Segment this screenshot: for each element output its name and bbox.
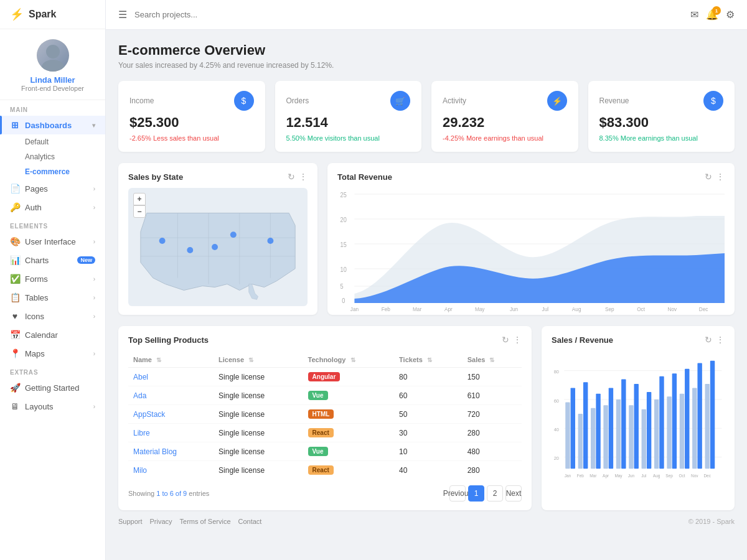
refresh-icon[interactable]: ↻ — [288, 172, 295, 182]
maps-icon: 📍 — [10, 348, 20, 358]
col-license[interactable]: License ⇅ — [214, 352, 303, 368]
sidebar-item-default[interactable]: Default — [0, 134, 105, 149]
svg-rect-52 — [616, 399, 621, 469]
page-title: E-commerce Overview — [118, 42, 735, 58]
product-tickets: 80 — [394, 368, 463, 386]
sales-by-state-title: Sales by State — [128, 172, 183, 182]
product-license: Single license — [214, 368, 303, 386]
more-icon4[interactable]: ⋮ — [716, 335, 725, 345]
svg-rect-49 — [596, 394, 600, 469]
topbar: ☰ ✉ 🔔 1 ⚙ — [106, 0, 747, 30]
orders-value: 12.514 — [286, 114, 411, 131]
menu-icon[interactable]: ☰ — [118, 9, 127, 21]
svg-rect-51 — [609, 388, 613, 469]
logo-icon: ⚡ — [10, 7, 24, 21]
product-sales: 280 — [463, 461, 522, 480]
revenue-label: Revenue — [599, 96, 629, 105]
footer-privacy[interactable]: Privacy — [150, 518, 172, 525]
product-name[interactable]: Abel — [128, 368, 214, 386]
settings-icon[interactable]: ⚙ — [726, 9, 735, 21]
product-name[interactable]: Milo — [128, 461, 214, 480]
refresh-icon3[interactable]: ↻ — [502, 335, 509, 345]
sidebar-charts-label: Charts — [25, 256, 72, 265]
refresh-icon2[interactable]: ↻ — [705, 172, 712, 182]
charts-row: Sales by State ↻ ⋮ + − — [118, 163, 735, 315]
svg-rect-48 — [591, 408, 595, 469]
table-actions[interactable]: ↻ ⋮ — [502, 335, 522, 345]
sidebar-ui-label: User Interface — [25, 237, 88, 246]
bar-chart-actions[interactable]: ↻ ⋮ — [705, 335, 725, 345]
chevron-right-icon8: › — [93, 403, 95, 410]
footer-copyright: © 2019 - Spark — [688, 518, 735, 525]
refresh-icon4[interactable]: ↻ — [705, 335, 712, 345]
svg-point-10 — [212, 244, 218, 250]
col-name[interactable]: Name ⇅ — [128, 352, 214, 368]
avatar-image — [37, 39, 69, 72]
zoom-out-button[interactable]: − — [133, 205, 146, 218]
sidebar-item-analytics[interactable]: Analytics — [0, 149, 105, 164]
map-actions[interactable]: ↻ ⋮ — [288, 172, 308, 182]
product-sales: 150 — [463, 368, 522, 386]
product-license: Single license — [214, 442, 303, 461]
product-name[interactable]: AppStack — [128, 405, 214, 424]
revenue-icon: $ — [703, 91, 723, 111]
avatar — [37, 39, 69, 72]
sidebar-item-forms[interactable]: ✅ Forms › — [0, 269, 105, 288]
zoom-in-button[interactable]: + — [133, 193, 146, 205]
svg-text:25: 25 — [341, 192, 347, 198]
income-change: -2.65% Less sales than usual — [129, 134, 254, 142]
next-page-button[interactable]: Next — [505, 485, 522, 502]
svg-text:Apr: Apr — [603, 474, 609, 478]
product-tickets: 50 — [394, 405, 463, 424]
income-icon: $ — [234, 91, 254, 111]
svg-text:Aug: Aug — [572, 306, 581, 312]
footer-contact[interactable]: Contact — [238, 518, 262, 525]
col-tickets[interactable]: Tickets ⇅ — [394, 352, 463, 368]
product-name[interactable]: Libre — [128, 424, 214, 442]
sidebar-item-pages[interactable]: 📄 Pages › — [0, 179, 105, 198]
chevron-right-icon3: › — [93, 238, 95, 245]
mail-icon[interactable]: ✉ — [690, 9, 698, 21]
search-input[interactable] — [134, 10, 683, 19]
sales-revenue-title: Sales / Revenue — [552, 335, 613, 345]
sidebar-item-maps[interactable]: 📍 Maps › — [0, 344, 105, 363]
svg-rect-57 — [647, 392, 651, 469]
product-name[interactable]: Ada — [128, 386, 214, 405]
revenue-actions[interactable]: ↻ ⋮ — [705, 172, 725, 182]
calendar-icon: 📅 — [10, 330, 20, 340]
user-name: Linda Miller — [30, 75, 75, 85]
sidebar-calendar-label: Calendar — [25, 330, 95, 340]
more-icon3[interactable]: ⋮ — [513, 335, 522, 345]
prev-page-button[interactable]: Previous — [449, 485, 466, 502]
notification-icon[interactable]: 🔔 1 — [706, 9, 718, 21]
sidebar-item-tables[interactable]: 📋 Tables › — [0, 288, 105, 307]
sidebar-item-getting-started[interactable]: 🚀 Getting Started — [0, 378, 105, 397]
metric-income: Income $ $25.300 -2.65% Less sales than … — [118, 81, 265, 152]
more-icon2[interactable]: ⋮ — [716, 172, 725, 182]
sidebar-item-dashboards[interactable]: ⊞ Dashboards ▾ — [0, 116, 105, 134]
sidebar-item-charts[interactable]: 📊 Charts New — [0, 251, 105, 269]
svg-point-1 — [42, 60, 64, 72]
table-showing: Showing 1 to 6 of 9 entries — [128, 490, 209, 497]
sidebar-item-layouts[interactable]: 🖥 Layouts › — [0, 397, 105, 416]
product-tech: Vue — [303, 386, 395, 405]
svg-rect-60 — [667, 396, 671, 469]
product-sales: 280 — [463, 424, 522, 442]
col-sales[interactable]: Sales ⇅ — [463, 352, 522, 368]
sidebar-item-ecommerce[interactable]: E-commerce — [0, 164, 105, 179]
sidebar-pages-label: Pages — [25, 184, 88, 194]
product-name[interactable]: Material Blog — [128, 442, 214, 461]
svg-point-9 — [187, 247, 193, 253]
sidebar-item-calendar[interactable]: 📅 Calendar — [0, 325, 105, 344]
col-technology[interactable]: Technology ⇅ — [303, 352, 395, 368]
page-2-button[interactable]: 2 — [487, 485, 503, 502]
product-license: Single license — [214, 386, 303, 405]
footer-support[interactable]: Support — [118, 518, 143, 525]
footer-tos[interactable]: Terms of Service — [180, 518, 231, 525]
sidebar-item-icons[interactable]: ♥ Icons › — [0, 307, 105, 325]
more-icon[interactable]: ⋮ — [299, 172, 308, 182]
sidebar-item-ui[interactable]: 🎨 User Interface › — [0, 232, 105, 251]
user-role: Front-end Developer — [21, 85, 84, 92]
sidebar-item-auth[interactable]: 🔑 Auth › — [0, 198, 105, 217]
page-1-button[interactable]: 1 — [468, 485, 484, 502]
